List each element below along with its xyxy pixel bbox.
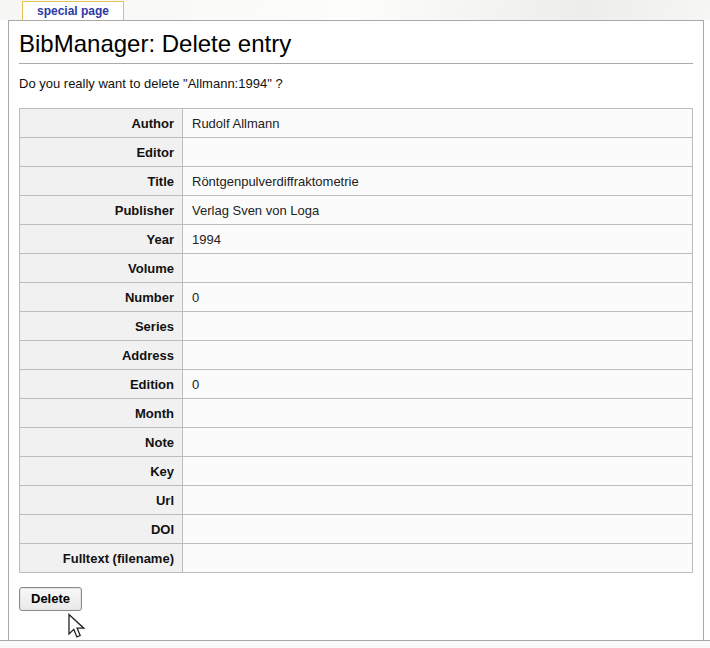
field-value-title: Röntgenpulverdiffraktometrie — [183, 167, 693, 196]
field-value-year: 1994 — [183, 225, 693, 254]
bib-entry-table: Author Rudolf Allmann Editor Title Röntg… — [19, 108, 693, 573]
field-label-series: Series — [20, 312, 183, 341]
field-value-editor — [183, 138, 693, 167]
field-label-url: Url — [20, 486, 183, 515]
table-row: Key — [20, 457, 693, 486]
field-label-title: Title — [20, 167, 183, 196]
field-value-month — [183, 399, 693, 428]
field-value-address — [183, 341, 693, 370]
table-row: Volume — [20, 254, 693, 283]
field-value-number: 0 — [183, 283, 693, 312]
field-label-year: Year — [20, 225, 183, 254]
footer-divider — [0, 640, 710, 648]
table-row: Year 1994 — [20, 225, 693, 254]
field-label-author: Author — [20, 109, 183, 138]
field-value-fulltext — [183, 544, 693, 573]
field-label-note: Note — [20, 428, 183, 457]
field-label-address: Address — [20, 341, 183, 370]
table-row: Address — [20, 341, 693, 370]
field-label-fulltext: Fulltext (filename) — [20, 544, 183, 573]
table-row: Publisher Verlag Sven von Loga — [20, 196, 693, 225]
page-title: BibManager: Delete entry — [19, 29, 693, 64]
table-row: Editor — [20, 138, 693, 167]
delete-confirmation-text: Do you really want to delete "Allmann:19… — [19, 76, 693, 92]
field-label-edition: Edition — [20, 370, 183, 399]
field-value-publisher: Verlag Sven von Loga — [183, 196, 693, 225]
field-value-url — [183, 486, 693, 515]
table-row: Note — [20, 428, 693, 457]
field-label-key: Key — [20, 457, 183, 486]
table-row: Edition 0 — [20, 370, 693, 399]
delete-button[interactable]: Delete — [19, 587, 82, 611]
table-row: Month — [20, 399, 693, 428]
field-value-key — [183, 457, 693, 486]
field-value-series — [183, 312, 693, 341]
field-label-publisher: Publisher — [20, 196, 183, 225]
field-value-volume — [183, 254, 693, 283]
tab-special-page-label: special page — [37, 4, 109, 18]
table-row: Title Röntgenpulverdiffraktometrie — [20, 167, 693, 196]
table-row: Number 0 — [20, 283, 693, 312]
field-label-number: Number — [20, 283, 183, 312]
field-value-doi — [183, 515, 693, 544]
table-row: Url — [20, 486, 693, 515]
field-label-volume: Volume — [20, 254, 183, 283]
table-row: DOI — [20, 515, 693, 544]
field-label-month: Month — [20, 399, 183, 428]
field-label-doi: DOI — [20, 515, 183, 544]
field-value-edition: 0 — [183, 370, 693, 399]
table-row: Fulltext (filename) — [20, 544, 693, 573]
content-area: BibManager: Delete entry Do you really w… — [8, 20, 704, 640]
tab-special-page[interactable]: special page — [22, 1, 124, 20]
table-row: Series — [20, 312, 693, 341]
field-value-note — [183, 428, 693, 457]
table-row: Author Rudolf Allmann — [20, 109, 693, 138]
field-value-author: Rudolf Allmann — [183, 109, 693, 138]
field-label-editor: Editor — [20, 138, 183, 167]
